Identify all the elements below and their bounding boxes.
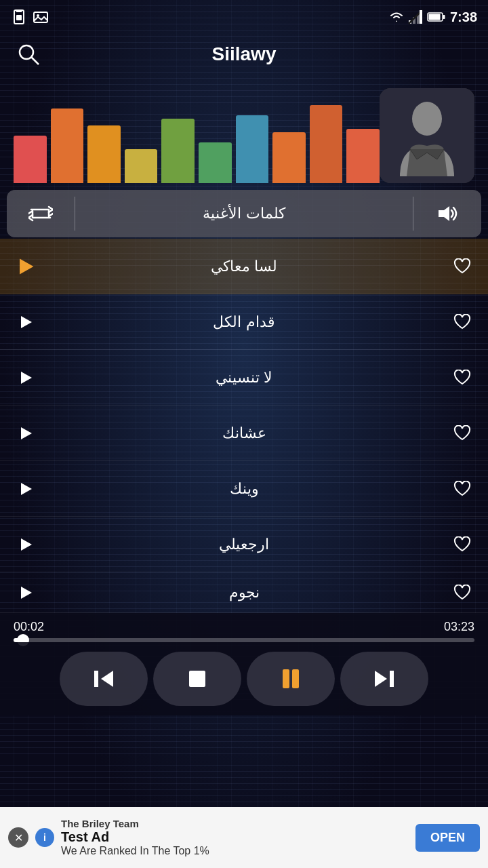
song-title-1: قدام الكل	[41, 313, 447, 331]
signal-off-icon	[408, 9, 423, 24]
ad-open-button[interactable]: OPEN	[415, 824, 480, 852]
current-time: 00:02	[14, 620, 44, 634]
svg-rect-9	[420, 10, 422, 24]
volume-icon	[436, 203, 459, 224]
eq-bar-4	[161, 119, 195, 183]
ad-content: The Briley Team Test Ad We Are Ranked In…	[61, 818, 409, 857]
eq-bar-7	[272, 132, 306, 183]
song-row-0[interactable]: لسا معاكي	[0, 239, 488, 294]
ad-text: The Briley Team Test Ad We Are Ranked In…	[61, 818, 209, 857]
svg-marker-23	[21, 538, 32, 551]
play-btn-5[interactable]	[11, 530, 41, 559]
controls-bar	[0, 642, 488, 715]
svg-marker-30	[375, 671, 387, 687]
song-row-6[interactable]: نجوم	[0, 572, 488, 613]
svg-rect-31	[390, 671, 394, 687]
svg-rect-27	[189, 671, 205, 687]
heart-icon-0[interactable]	[447, 252, 477, 281]
search-icon	[16, 42, 41, 66]
wifi-icon	[389, 11, 404, 23]
song-list: لسا معاكي قدام الكل لا تنسيني	[0, 239, 488, 613]
svg-line-14	[31, 57, 39, 64]
eq-bar-6	[236, 115, 269, 183]
ad-title: Test Ad	[61, 829, 209, 845]
song-row-5[interactable]: ارجعيلي	[0, 517, 488, 572]
play-btn-0[interactable]	[11, 252, 41, 281]
next-button[interactable]	[340, 652, 428, 706]
heart-icon-3[interactable]	[447, 418, 477, 448]
svg-marker-20	[21, 372, 32, 384]
ad-close-button[interactable]: ✕	[8, 827, 28, 848]
heart-icon-2[interactable]	[447, 363, 477, 393]
pause-button[interactable]	[247, 652, 335, 706]
progress-times: 00:02 03:23	[14, 620, 474, 634]
heart-icon-1[interactable]	[447, 307, 477, 337]
svg-rect-12	[443, 15, 445, 19]
album-art	[380, 88, 474, 183]
svg-rect-28	[283, 669, 289, 688]
search-button[interactable]	[14, 39, 43, 69]
song-row-2[interactable]: لا تنسيني	[0, 350, 488, 406]
song-title-5: ارجعيلي	[41, 536, 447, 553]
svg-marker-19	[21, 316, 32, 328]
header: Siilawy	[0, 34, 488, 75]
play-btn-2[interactable]	[11, 363, 41, 393]
ad-info-icon: i	[35, 828, 54, 847]
song-row-1[interactable]: قدام الكل	[0, 294, 488, 350]
tabs-bar: كلمات الأغنية	[7, 190, 481, 237]
play-btn-6[interactable]	[11, 578, 41, 608]
svg-rect-26	[94, 671, 98, 687]
ad-body: We Are Ranked In The Top 1%	[61, 845, 209, 857]
status-bar: 7:38	[0, 0, 488, 34]
prev-icon	[92, 667, 116, 691]
eq-bar-2	[87, 125, 121, 183]
stop-button[interactable]	[153, 652, 241, 706]
svg-marker-25	[101, 671, 113, 687]
song-title-0: لسا معاكي	[41, 258, 447, 275]
play-btn-3[interactable]	[11, 418, 41, 448]
svg-point-16	[412, 102, 442, 136]
status-right-icons: 7:38	[389, 9, 477, 25]
prev-button[interactable]	[60, 652, 148, 706]
song-title-3: عشانك	[41, 425, 447, 442]
repeat-icon	[28, 204, 53, 223]
heart-icon-6[interactable]	[447, 578, 477, 608]
svg-rect-1	[16, 15, 22, 20]
total-time: 03:23	[444, 620, 474, 634]
repeat-tab[interactable]	[7, 190, 75, 237]
lyrics-tab[interactable]: كلمات الأغنية	[75, 190, 413, 237]
heart-icon-5[interactable]	[447, 530, 477, 559]
status-left-icons	[11, 9, 49, 25]
svg-rect-3	[34, 12, 47, 22]
svg-rect-29	[292, 669, 299, 688]
battery-icon	[427, 12, 446, 22]
play-btn-4[interactable]	[11, 474, 41, 504]
ad-brand: The Briley Team	[61, 818, 209, 829]
eq-bar-5	[199, 142, 232, 183]
heart-icon-4[interactable]	[447, 474, 477, 504]
svg-marker-21	[21, 427, 32, 439]
page-title: Siilawy	[43, 43, 445, 65]
eq-bar-1	[51, 108, 84, 183]
song-row-3[interactable]: عشانك	[0, 406, 488, 461]
eq-bar-0	[14, 136, 47, 183]
eq-bar-9	[346, 129, 380, 183]
next-icon	[372, 667, 396, 691]
pause-icon	[279, 667, 303, 691]
progress-section: 00:02 03:23	[0, 613, 488, 642]
equalizer	[14, 95, 380, 183]
svg-marker-17	[439, 206, 449, 221]
svg-marker-22	[21, 483, 32, 495]
stop-icon	[186, 668, 208, 690]
eq-bar-8	[310, 105, 343, 183]
song-title-6: نجوم	[41, 584, 447, 601]
play-btn-1[interactable]	[11, 307, 41, 337]
sim-icon	[11, 9, 27, 25]
visual-section	[0, 75, 488, 190]
svg-marker-24	[21, 587, 32, 599]
svg-marker-18	[20, 258, 33, 274]
volume-tab[interactable]	[413, 190, 481, 237]
song-row-4[interactable]: وينك	[0, 461, 488, 517]
svg-rect-11	[428, 14, 440, 20]
gallery-icon	[33, 9, 49, 25]
